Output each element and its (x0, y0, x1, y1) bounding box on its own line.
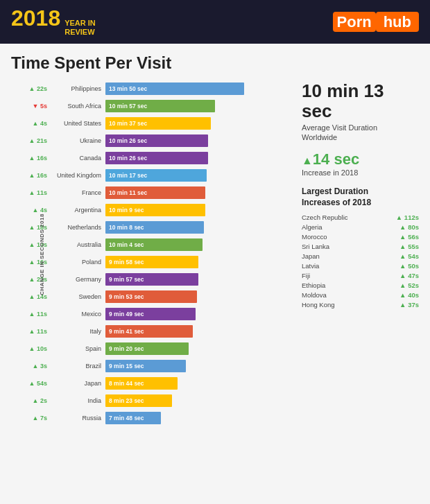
change-value: ▲ 11s (24, 311, 50, 318)
increase-time: 14 sec (313, 150, 359, 168)
page-title: Time Spent Per Visit (11, 53, 419, 73)
country-label: Poland (50, 259, 105, 266)
change-value: ▲ 16s (24, 155, 50, 162)
duration-value: ▲ 52s (399, 281, 419, 289)
bar-row: ▲ 4sUnited States10 min 37 sec (24, 116, 291, 131)
largest-duration-title: Largest DurationIncreases of 2018 (302, 186, 419, 208)
country-label: Germany (50, 276, 105, 283)
duration-value: ▲ 37s (399, 301, 419, 309)
avg-time-value: 10 min 13 sec (302, 81, 419, 121)
header: 2018 Year In Review Pornhub (0, 0, 430, 44)
duration-country: Hong Kong (302, 301, 335, 309)
bar-row: ▲ 16sCanada10 min 26 sec (24, 150, 291, 166)
bar: 13 min 50 sec (105, 82, 244, 95)
bar-wrap: 10 min 17 sec (105, 169, 291, 182)
duration-row: Fiji▲ 47s (302, 272, 419, 279)
bar: 10 min 26 sec (105, 152, 208, 164)
top-increases-list: Czech Republic▲ 112sAlgeria▲ 80sMorocco▲… (302, 214, 419, 309)
bar: 9 min 41 sec (105, 325, 193, 338)
country-label: Italy (50, 328, 105, 335)
duration-row: Sri Lanka▲ 55s (302, 243, 419, 250)
change-value: ▲ 11s (24, 328, 50, 335)
country-label: Philippines (50, 85, 105, 92)
logo: Pornhub (333, 13, 419, 31)
duration-country: Czech Republic (302, 214, 348, 221)
duration-row: Czech Republic▲ 112s (302, 214, 419, 221)
bar-wrap: 9 min 41 sec (105, 325, 291, 338)
duration-country: Morocco (302, 233, 327, 241)
bar: 10 min 37 sec (105, 117, 211, 130)
change-value: ▲ 16s (24, 259, 50, 266)
change-value: ▲ 22s (24, 85, 50, 92)
year-text: Year In Review (64, 19, 96, 37)
duration-value: ▲ 54s (399, 252, 419, 260)
bar-row: ▲ 16sUnited Kingdom10 min 17 sec (24, 168, 291, 183)
left-panel: CHANGE IN SECONDS 2018 ▲ 22sPhilippines1… (11, 81, 291, 428)
increase-value: ▲14 sec (302, 150, 419, 168)
duration-country: Algeria (302, 223, 322, 231)
duration-value: ▲ 40s (399, 291, 419, 299)
change-value: ▲ 3s (24, 363, 50, 370)
right-panel: 10 min 13 sec Average Visit DurationWorl… (291, 81, 419, 428)
year-badge: 2018 Year In Review (11, 7, 96, 37)
bar: 8 min 44 sec (105, 377, 178, 390)
duration-row: Morocco▲ 56s (302, 233, 419, 241)
bar-wrap: 9 min 57 sec (105, 273, 291, 286)
bar-row: ▲ 21sUkraine10 min 26 sec (24, 133, 291, 148)
duration-country: Ethiopia (302, 281, 325, 289)
bar-wrap: 10 min 26 sec (105, 134, 291, 147)
bar-row: ▲ 18sNetherlands10 min 8 sec (24, 220, 291, 235)
bar-wrap: 9 min 15 sec (105, 360, 291, 372)
bar-wrap: 8 min 23 sec (105, 394, 291, 407)
bar-row: ▲ 10sSpain9 min 20 sec (24, 341, 291, 356)
country-label: Japan (50, 380, 105, 387)
country-label: South Africa (50, 103, 105, 110)
country-label: Ukraine (50, 137, 105, 144)
bar-row: ▲ 14sSweden9 min 53 sec (24, 289, 291, 304)
bar-row: ▲ 54sJapan8 min 44 sec (24, 376, 291, 391)
country-label: Canada (50, 155, 105, 162)
country-label: Argentina (50, 207, 105, 214)
country-label: United States (50, 120, 105, 127)
bar: 9 min 15 sec (105, 360, 186, 372)
bar: 9 min 57 sec (105, 273, 198, 286)
bar: 9 min 20 sec (105, 342, 189, 355)
change-value: ▲ 11s (24, 189, 50, 196)
duration-value: ▲ 80s (399, 223, 419, 231)
change-value: ▲ 10s (24, 345, 50, 352)
increase-arrow-icon: ▲ (302, 155, 313, 166)
country-label: India (50, 397, 105, 404)
duration-country: Sri Lanka (302, 243, 329, 250)
change-value: ▲ 2s (24, 397, 50, 404)
country-label: United Kingdom (50, 172, 105, 179)
duration-row: Japan▲ 54s (302, 252, 419, 260)
bar-wrap: 13 min 50 sec (105, 82, 291, 95)
bar-row: ▲ 7sRussia7 min 48 sec (24, 410, 291, 426)
duration-row: Latvia▲ 50s (302, 262, 419, 270)
bar-wrap: 9 min 53 sec (105, 290, 291, 303)
bar-wrap: 10 min 4 sec (105, 238, 291, 251)
logo-highlight: hub (376, 12, 419, 32)
bar-wrap: 8 min 44 sec (105, 377, 291, 390)
bar: 10 min 8 sec (105, 221, 204, 234)
bar-wrap: 10 min 9 sec (105, 204, 291, 216)
change-value: ▲ 54s (24, 380, 50, 387)
bar-row: ▲ 11sFrance10 min 11 sec (24, 185, 291, 200)
country-label: Netherlands (50, 224, 105, 231)
avg-duration-block: 10 min 13 sec Average Visit DurationWorl… (302, 81, 419, 142)
change-value: ▲ 13s (24, 241, 50, 248)
bar-wrap: 10 min 57 sec (105, 100, 291, 112)
content-area: CHANGE IN SECONDS 2018 ▲ 22sPhilippines1… (11, 81, 419, 428)
change-value: ▲ 21s (24, 137, 50, 144)
bar: 10 min 11 sec (105, 186, 205, 199)
duration-value: ▲ 47s (399, 272, 419, 279)
bar-wrap: 10 min 37 sec (105, 117, 291, 130)
duration-row: Hong Kong▲ 37s (302, 301, 419, 309)
change-value: ▲ 7s (24, 415, 50, 422)
increase-label: Increase in 2018 (302, 168, 419, 177)
change-value: ▼ 5s (24, 103, 50, 110)
bar-wrap: 10 min 26 sec (105, 152, 291, 164)
bar-row: ▲ 2sIndia8 min 23 sec (24, 393, 291, 408)
bar-wrap: 10 min 11 sec (105, 186, 291, 199)
country-label: France (50, 189, 105, 196)
